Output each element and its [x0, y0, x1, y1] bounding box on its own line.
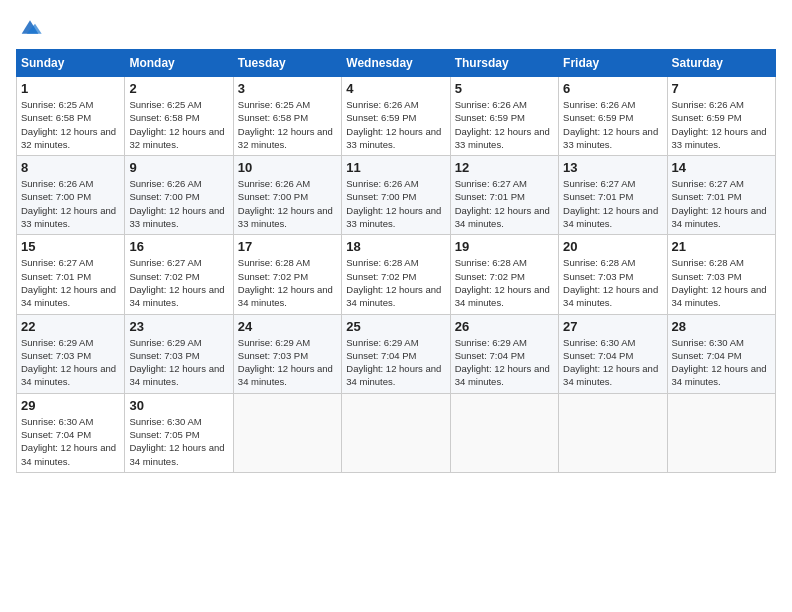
day-info: Sunrise: 6:27 AM Sunset: 7:01 PM Dayligh… — [563, 177, 662, 230]
calendar-cell: 28 Sunrise: 6:30 AM Sunset: 7:04 PM Dayl… — [667, 314, 775, 393]
day-info: Sunrise: 6:28 AM Sunset: 7:02 PM Dayligh… — [238, 256, 337, 309]
logo — [16, 16, 42, 37]
day-number: 20 — [563, 239, 662, 254]
calendar-cell: 16 Sunrise: 6:27 AM Sunset: 7:02 PM Dayl… — [125, 235, 233, 314]
calendar-body: 1 Sunrise: 6:25 AM Sunset: 6:58 PM Dayli… — [17, 77, 776, 473]
day-number: 9 — [129, 160, 228, 175]
day-number: 26 — [455, 319, 554, 334]
calendar-week-row: 8 Sunrise: 6:26 AM Sunset: 7:00 PM Dayli… — [17, 156, 776, 235]
day-number: 8 — [21, 160, 120, 175]
calendar-cell: 25 Sunrise: 6:29 AM Sunset: 7:04 PM Dayl… — [342, 314, 450, 393]
day-info: Sunrise: 6:25 AM Sunset: 6:58 PM Dayligh… — [238, 98, 337, 151]
day-number: 19 — [455, 239, 554, 254]
calendar-cell: 8 Sunrise: 6:26 AM Sunset: 7:00 PM Dayli… — [17, 156, 125, 235]
calendar-week-row: 29 Sunrise: 6:30 AM Sunset: 7:04 PM Dayl… — [17, 393, 776, 472]
calendar-week-row: 15 Sunrise: 6:27 AM Sunset: 7:01 PM Dayl… — [17, 235, 776, 314]
calendar-cell: 20 Sunrise: 6:28 AM Sunset: 7:03 PM Dayl… — [559, 235, 667, 314]
day-info: Sunrise: 6:25 AM Sunset: 6:58 PM Dayligh… — [129, 98, 228, 151]
calendar-cell — [342, 393, 450, 472]
day-info: Sunrise: 6:25 AM Sunset: 6:58 PM Dayligh… — [21, 98, 120, 151]
calendar-cell: 1 Sunrise: 6:25 AM Sunset: 6:58 PM Dayli… — [17, 77, 125, 156]
day-info: Sunrise: 6:27 AM Sunset: 7:01 PM Dayligh… — [21, 256, 120, 309]
day-info: Sunrise: 6:28 AM Sunset: 7:02 PM Dayligh… — [346, 256, 445, 309]
calendar-header-saturday: Saturday — [667, 50, 775, 77]
day-info: Sunrise: 6:28 AM Sunset: 7:03 PM Dayligh… — [563, 256, 662, 309]
day-number: 15 — [21, 239, 120, 254]
day-info: Sunrise: 6:29 AM Sunset: 7:03 PM Dayligh… — [129, 336, 228, 389]
calendar-week-row: 22 Sunrise: 6:29 AM Sunset: 7:03 PM Dayl… — [17, 314, 776, 393]
day-number: 22 — [21, 319, 120, 334]
day-number: 10 — [238, 160, 337, 175]
day-info: Sunrise: 6:27 AM Sunset: 7:02 PM Dayligh… — [129, 256, 228, 309]
day-number: 21 — [672, 239, 771, 254]
calendar-cell: 9 Sunrise: 6:26 AM Sunset: 7:00 PM Dayli… — [125, 156, 233, 235]
page-header — [16, 16, 776, 37]
day-info: Sunrise: 6:29 AM Sunset: 7:03 PM Dayligh… — [21, 336, 120, 389]
day-number: 16 — [129, 239, 228, 254]
day-info: Sunrise: 6:30 AM Sunset: 7:04 PM Dayligh… — [672, 336, 771, 389]
calendar-cell: 12 Sunrise: 6:27 AM Sunset: 7:01 PM Dayl… — [450, 156, 558, 235]
day-info: Sunrise: 6:27 AM Sunset: 7:01 PM Dayligh… — [672, 177, 771, 230]
calendar-cell — [233, 393, 341, 472]
calendar-cell: 23 Sunrise: 6:29 AM Sunset: 7:03 PM Dayl… — [125, 314, 233, 393]
day-number: 2 — [129, 81, 228, 96]
day-number: 29 — [21, 398, 120, 413]
calendar-cell: 30 Sunrise: 6:30 AM Sunset: 7:05 PM Dayl… — [125, 393, 233, 472]
day-number: 6 — [563, 81, 662, 96]
day-number: 17 — [238, 239, 337, 254]
calendar-header-thursday: Thursday — [450, 50, 558, 77]
calendar-cell: 7 Sunrise: 6:26 AM Sunset: 6:59 PM Dayli… — [667, 77, 775, 156]
day-number: 11 — [346, 160, 445, 175]
calendar-table: SundayMondayTuesdayWednesdayThursdayFrid… — [16, 49, 776, 473]
day-info: Sunrise: 6:28 AM Sunset: 7:02 PM Dayligh… — [455, 256, 554, 309]
day-number: 14 — [672, 160, 771, 175]
day-info: Sunrise: 6:26 AM Sunset: 6:59 PM Dayligh… — [346, 98, 445, 151]
calendar-cell: 24 Sunrise: 6:29 AM Sunset: 7:03 PM Dayl… — [233, 314, 341, 393]
calendar-cell: 18 Sunrise: 6:28 AM Sunset: 7:02 PM Dayl… — [342, 235, 450, 314]
day-number: 12 — [455, 160, 554, 175]
calendar-header-wednesday: Wednesday — [342, 50, 450, 77]
day-info: Sunrise: 6:29 AM Sunset: 7:04 PM Dayligh… — [455, 336, 554, 389]
day-info: Sunrise: 6:30 AM Sunset: 7:04 PM Dayligh… — [21, 415, 120, 468]
day-info: Sunrise: 6:28 AM Sunset: 7:03 PM Dayligh… — [672, 256, 771, 309]
day-info: Sunrise: 6:26 AM Sunset: 6:59 PM Dayligh… — [563, 98, 662, 151]
calendar-cell: 13 Sunrise: 6:27 AM Sunset: 7:01 PM Dayl… — [559, 156, 667, 235]
day-info: Sunrise: 6:27 AM Sunset: 7:01 PM Dayligh… — [455, 177, 554, 230]
day-info: Sunrise: 6:30 AM Sunset: 7:04 PM Dayligh… — [563, 336, 662, 389]
calendar-cell: 19 Sunrise: 6:28 AM Sunset: 7:02 PM Dayl… — [450, 235, 558, 314]
day-info: Sunrise: 6:26 AM Sunset: 7:00 PM Dayligh… — [129, 177, 228, 230]
calendar-cell: 26 Sunrise: 6:29 AM Sunset: 7:04 PM Dayl… — [450, 314, 558, 393]
calendar-cell: 6 Sunrise: 6:26 AM Sunset: 6:59 PM Dayli… — [559, 77, 667, 156]
calendar-cell: 10 Sunrise: 6:26 AM Sunset: 7:00 PM Dayl… — [233, 156, 341, 235]
day-number: 18 — [346, 239, 445, 254]
day-number: 24 — [238, 319, 337, 334]
calendar-cell: 17 Sunrise: 6:28 AM Sunset: 7:02 PM Dayl… — [233, 235, 341, 314]
calendar-cell: 4 Sunrise: 6:26 AM Sunset: 6:59 PM Dayli… — [342, 77, 450, 156]
day-info: Sunrise: 6:30 AM Sunset: 7:05 PM Dayligh… — [129, 415, 228, 468]
calendar-header-monday: Monday — [125, 50, 233, 77]
calendar-header-friday: Friday — [559, 50, 667, 77]
calendar-week-row: 1 Sunrise: 6:25 AM Sunset: 6:58 PM Dayli… — [17, 77, 776, 156]
calendar-cell — [667, 393, 775, 472]
day-info: Sunrise: 6:26 AM Sunset: 7:00 PM Dayligh… — [238, 177, 337, 230]
calendar-cell: 22 Sunrise: 6:29 AM Sunset: 7:03 PM Dayl… — [17, 314, 125, 393]
calendar-cell — [450, 393, 558, 472]
calendar-cell: 11 Sunrise: 6:26 AM Sunset: 7:00 PM Dayl… — [342, 156, 450, 235]
calendar-cell: 15 Sunrise: 6:27 AM Sunset: 7:01 PM Dayl… — [17, 235, 125, 314]
calendar-cell — [559, 393, 667, 472]
day-number: 30 — [129, 398, 228, 413]
day-number: 5 — [455, 81, 554, 96]
day-info: Sunrise: 6:29 AM Sunset: 7:04 PM Dayligh… — [346, 336, 445, 389]
calendar-header-sunday: Sunday — [17, 50, 125, 77]
day-number: 7 — [672, 81, 771, 96]
day-number: 13 — [563, 160, 662, 175]
day-info: Sunrise: 6:29 AM Sunset: 7:03 PM Dayligh… — [238, 336, 337, 389]
calendar-cell: 21 Sunrise: 6:28 AM Sunset: 7:03 PM Dayl… — [667, 235, 775, 314]
day-info: Sunrise: 6:26 AM Sunset: 6:59 PM Dayligh… — [672, 98, 771, 151]
day-number: 25 — [346, 319, 445, 334]
calendar-cell: 5 Sunrise: 6:26 AM Sunset: 6:59 PM Dayli… — [450, 77, 558, 156]
day-number: 3 — [238, 81, 337, 96]
day-number: 4 — [346, 81, 445, 96]
logo-icon — [18, 17, 42, 37]
day-info: Sunrise: 6:26 AM Sunset: 7:00 PM Dayligh… — [346, 177, 445, 230]
